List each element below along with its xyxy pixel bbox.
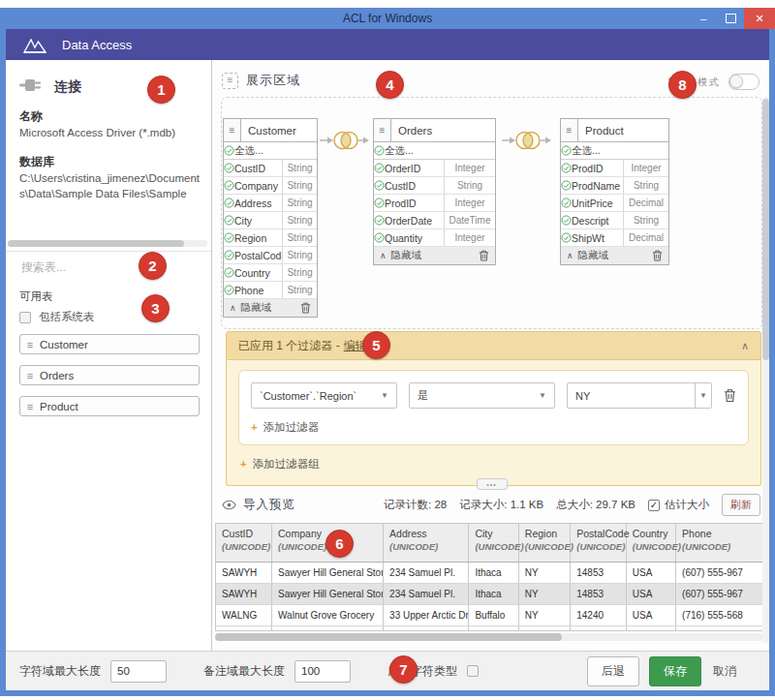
filter-header[interactable]: 已应用 1 个过滤器 - 编辑 ∧ xyxy=(226,331,761,360)
select-all-row[interactable]: 全选... xyxy=(374,142,495,160)
refresh-button[interactable]: 刷新 xyxy=(722,494,760,516)
preview-cell xyxy=(469,626,518,632)
content-area: 连接 名称 Microsoft Access Driver (*.mdb) 数据… xyxy=(6,60,769,651)
cancel-button[interactable]: 取消 xyxy=(711,657,738,685)
drag-handle-icon[interactable]: ≡ xyxy=(561,119,578,141)
preview-cell: (607) 555-967 xyxy=(676,563,763,584)
sidebar-hscrollbar xyxy=(8,240,207,247)
splitter-handle[interactable]: ••• xyxy=(477,478,508,490)
column-name: Country xyxy=(633,528,669,539)
memo-max-input[interactable] xyxy=(294,660,351,683)
field-check-icon[interactable] xyxy=(224,145,234,156)
preview-hscroll-thumb[interactable] xyxy=(215,633,562,641)
field-check-icon[interactable] xyxy=(374,163,385,173)
field-type: String xyxy=(282,264,317,281)
preview-cell: NY xyxy=(518,605,570,626)
remove-table-icon[interactable] xyxy=(652,250,663,261)
remove-table-icon[interactable] xyxy=(300,302,311,314)
drag-handle-icon: ≡ xyxy=(20,370,40,381)
field-name: ProdID xyxy=(572,163,623,174)
collapse-chevron-icon[interactable]: ∧ xyxy=(380,251,387,260)
filter-field-select[interactable]: `Customer`.`Region`▼ xyxy=(251,382,397,409)
field-check-icon[interactable] xyxy=(374,232,385,243)
title-bar[interactable]: ACL for Windows – ✕ xyxy=(0,8,775,29)
field-check-icon[interactable] xyxy=(224,198,234,208)
sql-mode-toggle[interactable] xyxy=(728,74,760,90)
preview-cell: NY xyxy=(518,584,570,605)
all-char-types-checkbox[interactable] xyxy=(467,665,479,677)
join-icon-2[interactable] xyxy=(501,128,555,153)
sidebar-table-item-product[interactable]: ≡Product xyxy=(19,396,200,416)
back-button[interactable]: 后退 xyxy=(587,656,639,686)
field-check-icon[interactable] xyxy=(561,145,572,156)
field-check-icon[interactable] xyxy=(224,232,234,243)
field-check-icon[interactable] xyxy=(224,250,234,260)
field-row: ProdNameString xyxy=(561,177,668,195)
field-check-icon[interactable] xyxy=(224,163,234,173)
field-check-icon[interactable] xyxy=(224,215,234,226)
field-type: DateTime xyxy=(444,212,495,228)
field-name: CustID xyxy=(234,163,282,174)
table-card-product[interactable]: ≡Product全选...ProdIDIntegerProdNameString… xyxy=(560,118,669,265)
hidden-fields-footer: ∧隐藏域 xyxy=(224,299,317,317)
estimate-label: 估计大小 xyxy=(665,498,709,512)
field-check-icon[interactable] xyxy=(561,232,572,243)
filter-value-combo[interactable]: NY ▼ xyxy=(567,382,712,409)
field-row: PostalCodeString xyxy=(224,247,317,264)
name-label: 名称 xyxy=(19,108,43,125)
drag-handle-icon[interactable]: ≡ xyxy=(374,119,391,141)
footer-buttons: 后退 保存 取消 xyxy=(587,656,756,686)
main-vscroll-thumb[interactable] xyxy=(762,99,769,360)
preview-column-header: Address(UNICODE) xyxy=(384,524,469,563)
field-check-icon[interactable] xyxy=(374,215,385,226)
join-icon-1[interactable] xyxy=(319,128,373,153)
select-all-row[interactable]: 全选... xyxy=(561,142,668,160)
field-check-icon[interactable] xyxy=(561,180,572,191)
sidebar-hscroll-thumb[interactable] xyxy=(8,240,184,247)
field-name: Quantity xyxy=(385,232,444,244)
drag-handle-icon[interactable]: ≡ xyxy=(224,119,241,141)
add-filter-group-link[interactable]: +添加过滤器组 xyxy=(240,457,749,472)
filter-operator-select[interactable]: 是▼ xyxy=(409,382,555,409)
collapse-chevron-icon[interactable]: ∧ xyxy=(741,340,749,352)
canvas-header: ≡ 展示区域 xyxy=(222,72,300,89)
field-check-icon[interactable] xyxy=(374,180,385,191)
field-check-icon[interactable] xyxy=(224,267,234,278)
minimize-button[interactable]: – xyxy=(690,8,717,29)
preview-cell: USA xyxy=(626,563,675,584)
sidebar-table-item-customer[interactable]: ≡Customer xyxy=(19,334,200,354)
select-all-label: 全选... xyxy=(572,144,668,158)
maximize-button[interactable] xyxy=(717,8,744,29)
sidebar-table-item-orders[interactable]: ≡Orders xyxy=(19,365,200,385)
search-tables-input[interactable] xyxy=(19,256,202,279)
table-card-orders[interactable]: ≡Orders全选...OrderIDIntegerCustIDStringPr… xyxy=(373,118,496,265)
field-check-icon[interactable] xyxy=(224,285,234,295)
maximize-icon xyxy=(726,14,736,23)
collapse-chevron-icon[interactable]: ∧ xyxy=(230,303,236,313)
remove-table-icon[interactable] xyxy=(479,250,489,261)
field-check-icon[interactable] xyxy=(561,163,572,173)
delete-filter-icon[interactable] xyxy=(724,388,736,403)
combo-arrow-icon[interactable]: ▼ xyxy=(695,383,711,408)
select-all-row[interactable]: 全选... xyxy=(224,142,317,160)
include-system-checkbox[interactable] xyxy=(19,312,31,323)
field-check-icon[interactable] xyxy=(561,215,572,226)
char-max-input[interactable] xyxy=(110,660,167,683)
field-check-icon[interactable] xyxy=(224,180,234,191)
collapse-chevron-icon[interactable]: ∧ xyxy=(567,251,574,260)
field-check-icon[interactable] xyxy=(374,145,385,156)
estimate-checkbox[interactable]: ✓ xyxy=(648,500,660,511)
field-name: PostalCode xyxy=(234,250,282,261)
add-filter-link[interactable]: +添加过滤器 xyxy=(251,420,736,435)
field-check-icon[interactable] xyxy=(561,198,572,208)
field-check-icon[interactable] xyxy=(374,198,385,208)
table-card-header[interactable]: ≡Orders xyxy=(374,119,495,142)
table-card-customer[interactable]: ≡Customer全选...CustIDStringCompanyStringA… xyxy=(223,118,318,318)
table-card-header[interactable]: ≡Customer xyxy=(224,119,317,142)
close-button[interactable]: ✕ xyxy=(744,8,775,29)
field-row: AddressString xyxy=(224,195,317,212)
save-button[interactable]: 保存 xyxy=(649,656,701,686)
filter-field-value: `Customer`.`Region` xyxy=(260,390,356,402)
table-card-header[interactable]: ≡Product xyxy=(561,119,668,142)
preview-meta: 记录计数: 28 记录大小: 1.1 KB 总大小: 29.7 KB ✓ 估计大… xyxy=(384,494,760,516)
